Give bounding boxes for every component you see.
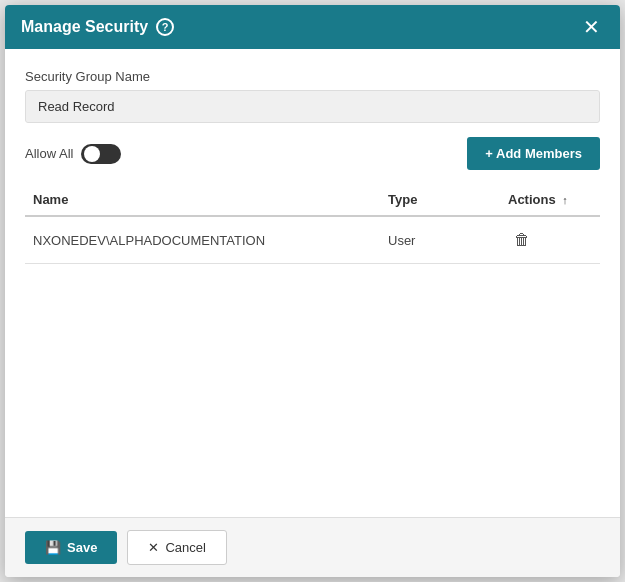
add-members-button[interactable]: + Add Members — [467, 137, 600, 170]
dialog-footer: 💾 Save ✕ Cancel — [5, 517, 620, 577]
col-type: Type — [380, 184, 500, 216]
security-group-label: Security Group Name — [25, 69, 600, 84]
help-icon[interactable]: ? — [156, 18, 174, 36]
toggle-slider — [81, 144, 121, 164]
col-actions[interactable]: Actions ↑ — [500, 184, 600, 216]
members-table-container: Name Type Actions ↑ NXONEDEV\ALPHADOCUME… — [25, 184, 600, 517]
dialog-header: Manage Security ? ✕ — [5, 5, 620, 49]
controls-row: Allow All + Add Members — [25, 137, 600, 170]
close-button[interactable]: ✕ — [579, 17, 604, 37]
trash-icon: 🗑 — [514, 231, 530, 248]
allow-all-label: Allow All — [25, 146, 73, 161]
dialog-title: Manage Security — [21, 18, 148, 36]
member-actions: 🗑 — [500, 216, 600, 264]
cancel-icon: ✕ — [148, 540, 159, 555]
manage-security-dialog: Manage Security ? ✕ Security Group Name … — [5, 5, 620, 577]
security-group-value: Read Record — [25, 90, 600, 123]
header-left: Manage Security ? — [21, 18, 174, 36]
member-type: User — [380, 216, 500, 264]
members-table: Name Type Actions ↑ NXONEDEV\ALPHADOCUME… — [25, 184, 600, 264]
cancel-button[interactable]: ✕ Cancel — [127, 530, 226, 565]
table-header-row: Name Type Actions ↑ — [25, 184, 600, 216]
actions-sort-arrow: ↑ — [562, 194, 568, 206]
table-row: NXONEDEV\ALPHADOCUMENTATION User 🗑 — [25, 216, 600, 264]
member-name: NXONEDEV\ALPHADOCUMENTATION — [25, 216, 380, 264]
save-icon: 💾 — [45, 540, 61, 555]
delete-button[interactable]: 🗑 — [508, 229, 536, 251]
allow-all-toggle[interactable] — [81, 144, 121, 164]
save-button[interactable]: 💾 Save — [25, 531, 117, 564]
col-name: Name — [25, 184, 380, 216]
allow-all-group: Allow All — [25, 144, 121, 164]
dialog-body: Security Group Name Read Record Allow Al… — [5, 49, 620, 517]
